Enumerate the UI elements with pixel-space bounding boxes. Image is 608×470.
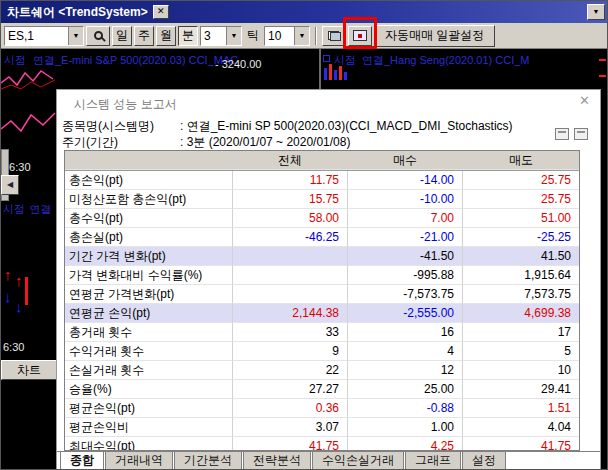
- bulk-settings-button[interactable]: 자동매매 일괄설정: [374, 25, 495, 47]
- table-row[interactable]: 손실거래 횟수221210: [65, 361, 579, 380]
- cell-value: 41.75: [233, 437, 348, 451]
- report-tab-0[interactable]: 종합: [60, 452, 104, 470]
- search-button[interactable]: [86, 26, 110, 46]
- table-row[interactable]: 총손익(pt)11.75-14.0025.75: [65, 171, 579, 190]
- table-row[interactable]: 연평균 가격변화(pt)-7,573.757,573.75: [65, 285, 579, 304]
- left-chart-decoration: [1, 63, 61, 91]
- auto-trade-button[interactable]: [348, 26, 372, 46]
- cell-value: -7,573.75: [348, 285, 463, 304]
- chevron-down-icon[interactable]: ▼: [294, 27, 309, 45]
- cell-value: 15.75: [233, 190, 348, 209]
- candles-decoration: [322, 62, 354, 90]
- report-tools: [550, 128, 588, 140]
- row-label: 총손익(pt): [65, 171, 233, 190]
- table-row[interactable]: 최대수익(pt)41.754.2541.75: [65, 437, 579, 451]
- table-row[interactable]: 평균손익비3.071.004.04: [65, 418, 579, 437]
- chevron-down-icon[interactable]: ▼: [68, 27, 83, 45]
- period-info-value: : 3분 (2020/01/07 ~ 2020/01/08): [180, 134, 350, 151]
- cell-value: 16: [348, 323, 463, 342]
- period-minute-button[interactable]: 분: [178, 26, 198, 46]
- cell-value: 33: [233, 323, 348, 342]
- print-icon[interactable]: [555, 128, 569, 140]
- row-label: 총거래 횟수: [65, 323, 233, 342]
- copy-icon[interactable]: [574, 128, 588, 140]
- cell-value: 11.75: [233, 171, 348, 190]
- period-month-button[interactable]: 월: [156, 26, 176, 46]
- row-label: 손실거래 횟수: [65, 361, 233, 380]
- collapse-button[interactable]: ◀: [1, 175, 19, 195]
- tick-combo[interactable]: 10 ▼: [264, 26, 310, 46]
- report-table-body: 총손익(pt)11.75-14.0025.75미청산포함 총손익(pt)15.7…: [65, 171, 579, 451]
- report-tab-3[interactable]: 전략분석: [243, 452, 311, 470]
- row-label: 승율(%): [65, 380, 233, 399]
- header-buy[interactable]: 매수: [348, 151, 463, 170]
- candle-bar: [25, 277, 28, 305]
- symbol-combo[interactable]: ES,1 ▼: [4, 26, 84, 46]
- chevron-down-icon[interactable]: ▼: [226, 27, 241, 45]
- table-row[interactable]: 연평균 손익(pt)2,144.38-2,555.004,699.38: [65, 304, 579, 323]
- tick-mode-label[interactable]: 틱: [244, 27, 262, 44]
- report-tab-1[interactable]: 거래내역: [105, 452, 173, 470]
- cell-value: 25.75: [463, 171, 579, 190]
- period-week-button[interactable]: 주: [134, 26, 154, 46]
- cell-value: 9: [233, 342, 348, 361]
- cell-value: 51.00: [463, 209, 579, 228]
- symbol-value: ES,1: [5, 29, 68, 43]
- header-sell[interactable]: 매도: [463, 151, 579, 170]
- row-label: 미청산포함 총손익(pt): [65, 190, 233, 209]
- time-axis-label: 6:30: [3, 341, 24, 353]
- table-row[interactable]: 수익거래 횟수945: [65, 342, 579, 361]
- chart-window-button[interactable]: [322, 26, 346, 46]
- report-tabbar: 종합거래내역기간분석전략분석수익손실거래그래프설정: [57, 451, 600, 470]
- row-label: 총수익(pt): [65, 209, 233, 228]
- sell-signal-icon: ↓: [4, 289, 12, 304]
- performance-report-dialog: 시스템 성능 보고서 ✕ 종목명(시스템명) : 연결_E-mini SP 50…: [56, 89, 601, 470]
- row-label: 수익거래 횟수: [65, 342, 233, 361]
- cell-value: 29.41: [463, 380, 579, 399]
- price-tick-mark: [599, 75, 606, 77]
- cell-value: 22: [233, 361, 348, 380]
- cell-value: -0.88: [348, 399, 463, 418]
- table-row[interactable]: 총거래 횟수331617: [65, 323, 579, 342]
- report-tab-6[interactable]: 설정: [462, 452, 506, 470]
- toolbar-separator: [315, 27, 317, 45]
- table-row[interactable]: 기간 가격 변화(pt)-41.5041.50: [65, 247, 579, 266]
- dialog-close-button[interactable]: ✕: [579, 94, 590, 107]
- lower-chart-title-partial: 연결: [29, 203, 51, 215]
- cell-value: -21.00: [348, 228, 463, 247]
- buy-signal-icon: ↑: [15, 273, 23, 288]
- left-chart-title: 연결_E-mini S&P 500(2020.03) CCI_MAC: [33, 53, 238, 68]
- cell-value: [233, 266, 348, 285]
- interval-combo[interactable]: 3 ▼: [200, 26, 242, 46]
- row-label: 연평균 손익(pt): [65, 304, 233, 323]
- report-tab-2[interactable]: 기간분석: [174, 452, 242, 470]
- cell-value: 7,573.75: [463, 285, 579, 304]
- window-close-button[interactable]: ✕: [153, 5, 169, 19]
- table-row[interactable]: 평균손익(pt)0.36-0.881.51: [65, 399, 579, 418]
- table-row[interactable]: 승율(%)27.2725.0029.41: [65, 380, 579, 399]
- cell-value: 3.07: [233, 418, 348, 437]
- table-row[interactable]: 총손실(pt)-46.25-21.00-25.25: [65, 228, 579, 247]
- performance-table: 전체 매수 매도 총손익(pt)11.75-14.0025.75미청산포함 총손…: [64, 150, 580, 451]
- cell-value: 1.00: [348, 418, 463, 437]
- titlebar-dropdown-button[interactable]: ▼: [587, 4, 605, 20]
- tick-value: 10: [265, 29, 294, 43]
- symbol-info-label: 종목명(시스템명): [62, 118, 180, 135]
- cell-value: 41.75: [463, 437, 579, 451]
- header-total[interactable]: 전체: [233, 151, 348, 170]
- search-icon: [94, 31, 103, 40]
- row-label: 기간 가격 변화(pt): [65, 247, 233, 266]
- cell-value: 4: [348, 342, 463, 361]
- chart-window-icon: [328, 31, 341, 41]
- cell-value: 7.00: [348, 209, 463, 228]
- lower-chart-time-label: 시점: [3, 203, 25, 215]
- table-row[interactable]: 가격 변화대비 수익률(%)-995.881,915.64: [65, 266, 579, 285]
- cell-value: 12: [348, 361, 463, 380]
- report-tab-4[interactable]: 수익손실거래: [312, 452, 404, 470]
- table-row[interactable]: 미청산포함 총손익(pt)15.75-10.0025.75: [65, 190, 579, 209]
- chart-tab-button[interactable]: 차트: [1, 360, 57, 380]
- report-tab-5[interactable]: 그래프: [405, 452, 461, 470]
- period-day-button[interactable]: 일: [112, 26, 132, 46]
- table-row[interactable]: 총수익(pt)58.007.0051.00: [65, 209, 579, 228]
- cell-value: [233, 247, 348, 266]
